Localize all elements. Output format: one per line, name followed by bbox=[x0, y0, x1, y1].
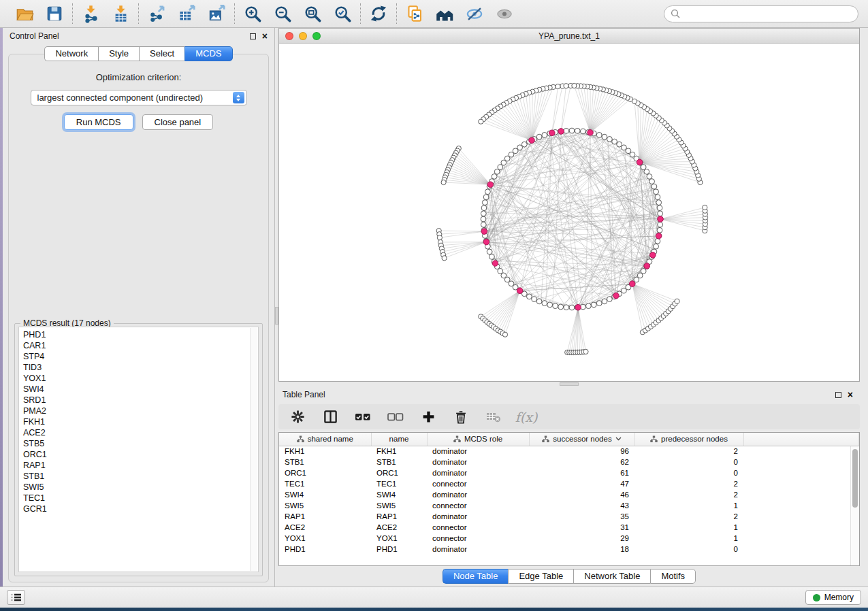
table-cell-role[interactable]: dominator bbox=[427, 467, 529, 478]
table-cell-shared[interactable]: YOX1 bbox=[279, 533, 371, 544]
table-cell-pred[interactable]: 1 bbox=[634, 500, 743, 511]
table-cell-pred[interactable]: 0 bbox=[634, 457, 743, 467]
mcds-result-item[interactable]: ORC1 bbox=[23, 449, 258, 460]
mcds-result-list[interactable]: PHD1CAR1STP4TID3YOX1SWI4SRD1PMA2FKH1ACE2… bbox=[18, 327, 259, 572]
mcds-result-item[interactable]: CAR1 bbox=[23, 340, 258, 351]
table-cell-name[interactable]: ORC1 bbox=[371, 467, 427, 478]
table-cell-succ[interactable]: 18 bbox=[529, 544, 634, 555]
mcds-list-scrollbar[interactable] bbox=[250, 328, 257, 571]
select-all-rows-button[interactable] bbox=[354, 408, 372, 426]
table-cell-name[interactable]: PHD1 bbox=[371, 544, 427, 555]
scrollbar-thumb[interactable] bbox=[852, 449, 858, 508]
network-canvas[interactable] bbox=[279, 44, 859, 381]
table-cell-shared[interactable]: PHD1 bbox=[279, 544, 371, 555]
column-name[interactable]: name bbox=[371, 433, 427, 446]
table-cell-succ[interactable]: 29 bbox=[529, 533, 634, 544]
table-cell-shared[interactable]: FKH1 bbox=[279, 446, 371, 457]
table-row[interactable]: YOX1YOX1connector291 bbox=[279, 533, 859, 544]
table-cell-pred[interactable]: 0 bbox=[634, 544, 743, 555]
export-image-button[interactable] bbox=[207, 4, 226, 23]
mcds-result-item[interactable]: STB1 bbox=[23, 471, 258, 482]
tab-edge-table[interactable]: Edge Table bbox=[508, 569, 573, 584]
search-box[interactable] bbox=[664, 5, 858, 22]
table-cell-pred[interactable]: 2 bbox=[634, 511, 743, 522]
table-cell-name[interactable]: RAP1 bbox=[371, 511, 427, 522]
mcds-result-item[interactable]: PHD1 bbox=[23, 329, 258, 340]
table-cell-role[interactable]: dominator bbox=[427, 446, 529, 457]
zoom-selected-button[interactable] bbox=[333, 4, 352, 23]
table-row[interactable]: ORC1ORC1dominator610 bbox=[279, 467, 859, 478]
import-network-button[interactable] bbox=[81, 4, 100, 23]
table-row[interactable]: PHD1PHD1dominator180 bbox=[279, 544, 859, 555]
panel-menu-button[interactable] bbox=[7, 590, 25, 605]
column-successor-nodes[interactable]: successor nodes bbox=[529, 433, 634, 446]
table-row[interactable]: SWI4SWI4dominator462 bbox=[279, 489, 859, 500]
table-cell-pred[interactable]: 2 bbox=[634, 446, 743, 457]
mcds-result-item[interactable]: STP4 bbox=[23, 351, 258, 362]
table-cell-pred[interactable]: 0 bbox=[634, 467, 743, 478]
run-mcds-button[interactable]: Run MCDS bbox=[64, 114, 133, 130]
table-row[interactable]: STB1STB1dominator620 bbox=[279, 457, 859, 467]
optimization-criterion-dropdown[interactable]: largest connected component (undirected) bbox=[31, 90, 247, 105]
zoom-fit-button[interactable] bbox=[303, 4, 322, 23]
table-row[interactable]: ACE2ACE2connector311 bbox=[279, 522, 859, 533]
show-columns-button[interactable] bbox=[321, 408, 339, 426]
table-cell-name[interactable]: TEC1 bbox=[371, 478, 427, 489]
hide-selected-button[interactable] bbox=[465, 4, 484, 23]
float-table-panel-icon[interactable] bbox=[835, 392, 841, 398]
mcds-result-item[interactable]: TEC1 bbox=[23, 493, 258, 503]
memory-button[interactable]: Memory bbox=[805, 590, 861, 605]
tab-network-table[interactable]: Network Table bbox=[573, 569, 650, 584]
table-cell-succ[interactable]: 61 bbox=[529, 467, 634, 478]
table-cell-succ[interactable]: 46 bbox=[529, 489, 634, 500]
close-panel-icon[interactable]: × bbox=[262, 33, 268, 39]
network-window-titlebar[interactable]: YPA_prune.txt_1 bbox=[279, 29, 859, 44]
table-row[interactable]: FKH1FKH1dominator962 bbox=[279, 446, 859, 457]
table-cell-role[interactable]: dominator bbox=[427, 489, 529, 500]
table-cell-shared[interactable]: RAP1 bbox=[279, 511, 371, 522]
table-settings-button[interactable] bbox=[289, 408, 306, 426]
table-cell-name[interactable]: SWI5 bbox=[371, 500, 427, 511]
import-table-button[interactable] bbox=[111, 4, 130, 23]
tab-style[interactable]: Style bbox=[98, 46, 139, 61]
column-predecessor-nodes[interactable]: predecessor nodes bbox=[634, 433, 743, 446]
table-cell-shared[interactable]: ORC1 bbox=[279, 467, 371, 478]
mcds-result-item[interactable]: YOX1 bbox=[23, 373, 258, 384]
table-row[interactable]: TEC1TEC1connector472 bbox=[279, 478, 859, 489]
table-cell-shared[interactable]: ACE2 bbox=[279, 522, 371, 533]
deselect-all-rows-button[interactable] bbox=[387, 408, 404, 426]
table-cell-pred[interactable]: 1 bbox=[634, 533, 743, 544]
table-cell-name[interactable]: ACE2 bbox=[371, 522, 427, 533]
horizontal-splitter[interactable] bbox=[278, 382, 860, 386]
table-cell-role[interactable]: dominator bbox=[427, 511, 529, 522]
open-file-button[interactable] bbox=[15, 4, 34, 23]
search-input[interactable] bbox=[680, 9, 852, 18]
zoom-out-button[interactable] bbox=[273, 4, 292, 23]
network-nodes[interactable] bbox=[436, 83, 708, 354]
mcds-result-item[interactable]: SWI5 bbox=[23, 482, 258, 493]
mcds-result-item[interactable]: GCR1 bbox=[23, 503, 258, 514]
mcds-result-item[interactable]: FKH1 bbox=[23, 416, 258, 427]
table-cell-role[interactable]: dominator bbox=[427, 544, 529, 555]
tab-node-table[interactable]: Node Table bbox=[443, 569, 509, 584]
new-network-from-selection-button[interactable] bbox=[405, 4, 424, 23]
table-cell-role[interactable]: connector bbox=[427, 478, 529, 489]
table-scrollbar[interactable] bbox=[850, 446, 859, 565]
close-table-panel-icon[interactable]: × bbox=[848, 391, 853, 398]
table-cell-succ[interactable]: 31 bbox=[529, 522, 634, 533]
refresh-layout-button[interactable] bbox=[369, 4, 388, 23]
table-cell-name[interactable]: YOX1 bbox=[371, 533, 427, 544]
column-shared-name[interactable]: shared name bbox=[279, 433, 371, 446]
tab-network[interactable]: Network bbox=[44, 46, 98, 61]
tab-select[interactable]: Select bbox=[139, 46, 184, 61]
add-column-button[interactable] bbox=[419, 408, 437, 426]
table-cell-succ[interactable]: 62 bbox=[529, 457, 634, 467]
table-cell-shared[interactable]: SWI5 bbox=[279, 500, 371, 511]
mcds-result-item[interactable]: RAP1 bbox=[23, 460, 258, 471]
table-cell-role[interactable]: connector bbox=[427, 500, 529, 511]
export-network-button[interactable] bbox=[147, 4, 166, 23]
table-cell-pred[interactable]: 2 bbox=[634, 478, 743, 489]
table-cell-succ[interactable]: 35 bbox=[529, 511, 634, 522]
save-session-button[interactable] bbox=[45, 4, 64, 23]
zoom-in-button[interactable] bbox=[243, 4, 262, 23]
